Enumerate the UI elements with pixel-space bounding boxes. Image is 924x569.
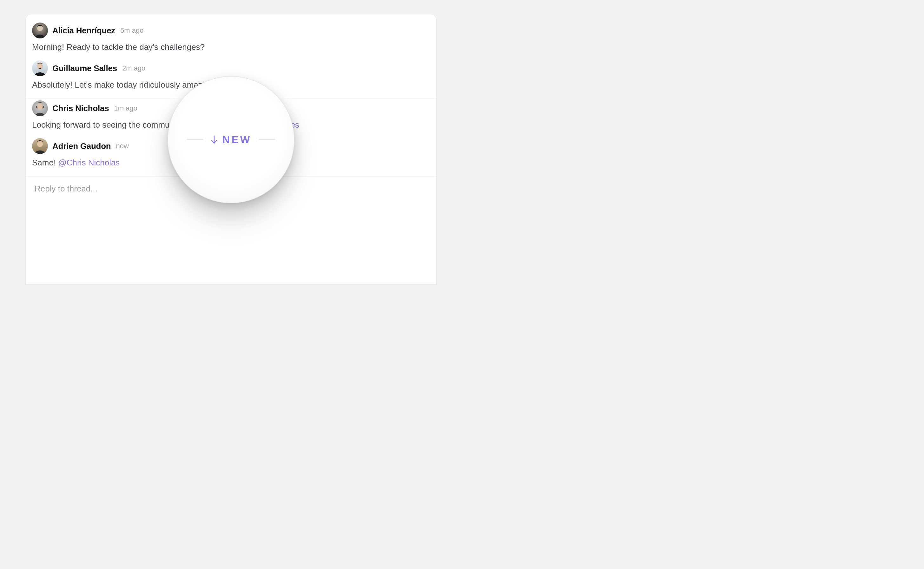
message-author: Chris Nicholas bbox=[52, 103, 109, 113]
message-time: 2m ago bbox=[122, 64, 145, 72]
new-divider-badge: NEW bbox=[168, 134, 294, 146]
message-time: 5m ago bbox=[120, 26, 143, 35]
svg-point-3 bbox=[37, 63, 43, 69]
message-text: Same! bbox=[32, 158, 58, 167]
new-badge: NEW bbox=[210, 134, 252, 146]
message-text: Morning! Ready to tackle the day's chall… bbox=[32, 42, 205, 52]
message-text: Absolutely! Let's make today ridiculousl… bbox=[32, 80, 216, 90]
message-time: now bbox=[116, 142, 129, 150]
message-time: 1m ago bbox=[114, 104, 137, 113]
svg-point-5 bbox=[37, 104, 43, 110]
avatar bbox=[32, 100, 48, 116]
message-author: Adrien Gaudon bbox=[52, 141, 111, 151]
svg-point-7 bbox=[37, 141, 43, 147]
divider-line bbox=[187, 139, 203, 140]
arrow-down-icon bbox=[210, 135, 218, 144]
divider-line bbox=[259, 139, 275, 140]
avatar bbox=[32, 60, 48, 76]
magnifier-lens: NEW bbox=[168, 76, 294, 203]
avatar bbox=[32, 23, 48, 38]
mention[interactable]: @Chris Nicholas bbox=[58, 158, 120, 167]
new-badge-label: NEW bbox=[222, 134, 252, 146]
avatar bbox=[32, 138, 48, 154]
message-header: Guillaume Salles 2m ago bbox=[32, 60, 430, 76]
message-author: Alicia Henríquez bbox=[52, 26, 115, 35]
message: Alicia Henríquez 5m ago Morning! Ready t… bbox=[26, 19, 436, 57]
message-header: Alicia Henríquez 5m ago bbox=[32, 23, 430, 38]
message-body: Morning! Ready to tackle the day's chall… bbox=[32, 42, 430, 53]
message-author: Guillaume Salles bbox=[52, 64, 117, 73]
